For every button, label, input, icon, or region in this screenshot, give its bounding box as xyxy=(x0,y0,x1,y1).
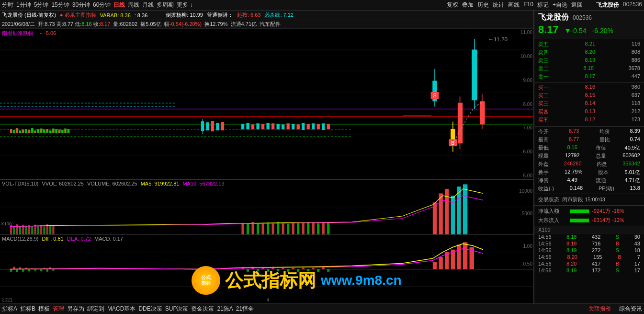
svg-rect-50 xyxy=(292,124,294,129)
net-asset-val: 4.49 xyxy=(567,177,577,184)
btn-21heng[interactable]: 21恒全 xyxy=(236,305,254,313)
buy3-label: 买三 xyxy=(538,100,549,107)
macd-indicator-label: MACD(12,26,9) DIF: 0.81 DEA: 0.72 MACD: … xyxy=(2,236,123,242)
sell2-vol: 3678 xyxy=(629,65,640,72)
btn-indicator-b[interactable]: 指标B xyxy=(20,305,35,313)
tf-weekly[interactable]: 周线 xyxy=(128,1,139,9)
today-open-val: 8.73 xyxy=(569,128,579,135)
sell4-label: 卖四 xyxy=(538,49,549,56)
price-chart-svg: S B xyxy=(0,29,533,179)
tick5-price: 8.20 xyxy=(566,261,576,267)
price-10: 10.00 xyxy=(513,54,532,59)
current-vol-label: 现量 xyxy=(538,152,549,160)
svg-rect-55 xyxy=(317,124,319,129)
btn-back[interactable]: 返回 xyxy=(571,1,583,9)
tick5-extra: 17 xyxy=(634,261,640,267)
vol-ratio-label: 量比 xyxy=(599,136,610,143)
svg-rect-15 xyxy=(16,128,18,133)
btn-f10[interactable]: F10 xyxy=(523,1,533,9)
svg-rect-13 xyxy=(10,129,12,133)
svg-rect-145 xyxy=(267,269,269,271)
tf-daily[interactable]: 日线 xyxy=(113,1,125,9)
svg-rect-37 xyxy=(211,121,214,131)
varab-val: : 8.36 xyxy=(135,12,148,18)
sell2-row: 卖二 8.18 3678 xyxy=(534,65,644,73)
tick6-extra: 17 xyxy=(634,267,640,273)
svg-rect-83 xyxy=(16,224,18,234)
svg-rect-44 xyxy=(261,124,264,129)
chart-info-bar: 飞龙股份 (日线-前复权) ● 必杀主图指标 VARAB: 8.36 : 8.3… xyxy=(0,11,533,20)
btn-fund[interactable]: 资金决策 xyxy=(191,305,214,313)
btn-favorite[interactable]: +自选 xyxy=(553,1,567,9)
tab-related-quotes[interactable]: 关联报价 xyxy=(588,305,611,313)
tf-5min[interactable]: 5分钟 xyxy=(34,1,49,9)
tf-multi[interactable]: 多周期 xyxy=(157,1,174,9)
varab-label: VARAB: 8.36 xyxy=(100,12,131,18)
pe-label: PE(动) xyxy=(599,185,614,192)
svg-rect-84 xyxy=(19,227,21,234)
net-inflow-row: 净流入额 -9241万 -18% xyxy=(534,207,644,216)
svg-rect-112 xyxy=(322,223,325,234)
btn-bind[interactable]: 绑定到 xyxy=(87,305,104,313)
chart-area: 飞龙股份 (日线-前复权) ● 必杀主图指标 VARAB: 8.36 : 8.3… xyxy=(0,11,534,303)
btn-history[interactable]: 历史 xyxy=(477,1,489,9)
btn-template[interactable]: 模板 xyxy=(38,305,50,313)
earnings-label: 收益(-) xyxy=(538,185,554,192)
btn-manage[interactable]: 管理 xyxy=(53,305,64,313)
indicator-name: ● 必杀主图指标 xyxy=(60,12,96,19)
btn-save-as[interactable]: 另存为 xyxy=(67,305,84,313)
tab-news[interactable]: 综合资讯 xyxy=(619,305,642,313)
btn-draw[interactable]: 画线 xyxy=(508,1,520,9)
stock-pct: -6.20% xyxy=(592,27,613,35)
outer-vol-label: 外盘 xyxy=(538,161,549,168)
btn-fuquan[interactable]: 复权 xyxy=(447,1,458,9)
svg-rect-51 xyxy=(297,125,299,129)
tf-分时[interactable]: 分时 xyxy=(2,1,13,9)
float-share-val: 4.71亿 xyxy=(625,177,640,184)
btn-mark[interactable]: 标记 xyxy=(537,1,549,9)
svg-rect-100 xyxy=(261,223,264,234)
svg-rect-14 xyxy=(13,130,15,133)
tf-1min[interactable]: 1分钟 xyxy=(16,1,31,9)
btn-21a[interactable]: 21陈A xyxy=(217,305,233,313)
svg-rect-91 xyxy=(40,225,42,234)
svg-rect-141 xyxy=(247,269,249,271)
market-cap-label: 市值 xyxy=(596,144,606,151)
tick3-extra: 18 xyxy=(634,247,640,253)
btn-indicator-a[interactable]: 指标A xyxy=(2,305,17,313)
svg-text:B: B xyxy=(451,140,454,146)
svg-rect-21 xyxy=(34,131,36,133)
buy4-price: 8.13 xyxy=(585,108,595,116)
svg-rect-56 xyxy=(322,124,325,130)
tick4-vol: 155 xyxy=(593,254,602,260)
inner-vol-val: 356342 xyxy=(622,161,640,168)
chart-stock-name: 飞龙股份 (日线-前复权) xyxy=(2,12,56,19)
price-chart[interactable]: S B xyxy=(0,29,533,180)
btn-sup[interactable]: SUP决策 xyxy=(165,305,189,313)
svg-rect-90 xyxy=(37,226,39,234)
low-row: 最低 8.16 市值 40.9亿 xyxy=(534,144,644,152)
svg-rect-125 xyxy=(10,269,12,271)
btn-macd-basic[interactable]: MACD基本 xyxy=(107,305,136,313)
tf-more[interactable]: 更多 ↓ xyxy=(177,1,192,9)
svg-rect-95 xyxy=(52,225,54,234)
svg-rect-104 xyxy=(282,223,284,234)
btn-diejia[interactable]: 叠加 xyxy=(462,1,474,9)
svg-rect-147 xyxy=(277,269,279,271)
block-inflow-row: 大宗流入 -6314万 -12% xyxy=(534,216,644,225)
tf-30min[interactable]: 30分钟 xyxy=(72,1,90,9)
tf-60min[interactable]: 60分钟 xyxy=(93,1,111,9)
tf-monthly[interactable]: 月线 xyxy=(142,1,154,9)
turnover-label: 换手 xyxy=(538,169,549,176)
svg-rect-52 xyxy=(302,123,305,130)
stock-data: 今开 8.73 均价 8.39 最高 8.77 量比 0.74 最低 8.16 … xyxy=(534,127,644,194)
buy5-label: 买五 xyxy=(538,116,549,124)
btn-stats[interactable]: 统计 xyxy=(493,1,504,9)
current-vol-row: 现量 12792 总量 602602 xyxy=(534,152,644,160)
btn-dde[interactable]: DDE决策 xyxy=(138,305,162,313)
stock-name-header: 飞龙股份 xyxy=(596,1,619,9)
tf-15min[interactable]: 15分钟 xyxy=(51,1,69,9)
svg-rect-101 xyxy=(267,222,269,234)
svg-rect-151 xyxy=(297,269,299,271)
svg-rect-30 xyxy=(61,130,63,133)
